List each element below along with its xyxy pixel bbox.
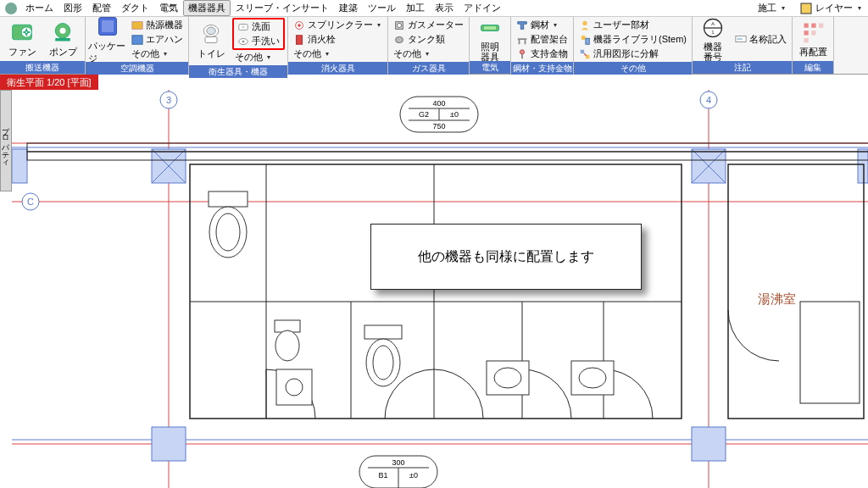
handwash-button[interactable]: 手洗い: [235, 34, 282, 48]
svg-rect-68: [152, 427, 186, 461]
menu-kougu[interactable]: 施工: [758, 2, 776, 14]
menu-addin[interactable]: アドイン: [459, 0, 506, 16]
group-label: 編集: [793, 61, 833, 74]
tank-button[interactable]: タンク類: [391, 32, 466, 47]
svg-text:750: 750: [432, 122, 445, 130]
washbasin-button[interactable]: 洗面: [235, 19, 282, 34]
ribbon: ファン ポンプ 搬送機器 パッケージ 熱源機器 エアハン その他▾ 空調機器: [0, 17, 868, 75]
menu-view[interactable]: 表示: [430, 0, 459, 16]
other-button[interactable]: その他▾: [129, 47, 186, 61]
group-transport: ファン ポンプ 搬送機器: [0, 17, 86, 74]
properties-dock[interactable]: プロパティ: [0, 90, 12, 191]
svg-rect-8: [132, 21, 142, 29]
svg-rect-19: [297, 35, 303, 44]
svg-rect-42: [811, 23, 815, 27]
relocate-button[interactable]: 再配置: [795, 18, 831, 60]
svg-point-86: [216, 214, 240, 251]
svg-rect-66: [12, 149, 27, 183]
group-elec: 照明 器具 電気: [470, 17, 511, 74]
svg-text:3: 3: [166, 95, 171, 105]
nameinput-button[interactable]: 名称記入: [732, 32, 789, 47]
menu-arch[interactable]: 建築: [334, 0, 363, 16]
menu-home[interactable]: ホーム: [20, 0, 58, 16]
svg-rect-41: [804, 23, 809, 27]
menu-equipment[interactable]: 機器器具: [183, 0, 231, 16]
group-fire: スプリンクラー▾ 消火栓 その他▾ 消火器具: [288, 17, 388, 74]
menu-duct[interactable]: ダクト: [116, 0, 154, 16]
group-aircon: パッケージ 熱源機器 エアハン その他▾ 空調機器: [86, 17, 189, 74]
other-button[interactable]: その他▾: [291, 47, 385, 61]
svg-rect-69: [692, 427, 726, 461]
menu-sleeve[interactable]: スリーブ・インサート: [231, 0, 334, 16]
layer-icon: [800, 3, 812, 14]
fan-label: ファン: [8, 46, 36, 58]
decompose-button[interactable]: 汎用図形に分解: [576, 47, 689, 61]
chevron-down-icon[interactable]: ▾: [856, 4, 863, 12]
svg-text:±0: ±0: [409, 471, 418, 480]
room-label: 湯沸室: [758, 291, 796, 308]
menu-shape[interactable]: 図形: [58, 0, 87, 16]
group-label: その他: [574, 62, 692, 75]
other-button[interactable]: その他▾: [391, 47, 466, 61]
hydrant-button[interactable]: 消火栓: [291, 32, 385, 47]
size-tag: 400 G2 ±0 750: [400, 97, 478, 132]
airhan-button[interactable]: エアハン: [129, 32, 186, 47]
svg-rect-12: [205, 37, 217, 43]
svg-point-18: [298, 24, 301, 27]
svg-rect-24: [484, 26, 496, 30]
chevron-down-icon: ▾: [424, 50, 431, 58]
package-button[interactable]: パッケージ: [88, 19, 127, 61]
highlighted-tools: 洗面 手洗い: [232, 18, 285, 50]
heat-button[interactable]: 熱源機器: [129, 18, 186, 32]
group-label: 空調機器: [86, 62, 188, 75]
svg-rect-94: [487, 361, 529, 395]
svg-point-28: [520, 49, 524, 53]
fan-button[interactable]: ファン: [3, 18, 42, 60]
svg-text:C: C: [27, 197, 34, 207]
menu-elec[interactable]: 電気: [154, 0, 183, 16]
pump-button[interactable]: ポンプ: [43, 18, 82, 60]
svg-rect-22: [396, 36, 403, 42]
group-steel: 鋼材▾ 配管架台 支持金物 鋼材・支持金物: [511, 17, 574, 74]
svg-text:1: 1: [711, 29, 715, 35]
steel-button[interactable]: 鋼材▾: [514, 18, 570, 32]
devnum-button[interactable]: A1 機器 番号: [695, 18, 731, 60]
group-label: 電気: [470, 61, 510, 74]
group-sanitary: トイレ 洗面 手洗い その他▾ 衛生器具・機器: [189, 17, 288, 74]
menu-layer[interactable]: レイヤー: [815, 2, 853, 14]
pump-label: ポンプ: [49, 46, 77, 58]
group-note: A1 機器 番号 名称記入 注記: [693, 17, 793, 74]
group-label: 搬送機器: [0, 61, 85, 74]
menu-tool[interactable]: ツール: [363, 0, 401, 16]
chevron-down-icon[interactable]: ▾: [780, 4, 787, 12]
svg-point-14: [242, 25, 245, 29]
support-button[interactable]: 支持金物: [514, 47, 570, 61]
light-button[interactable]: 照明 器具: [472, 18, 508, 60]
svg-point-21: [397, 23, 401, 27]
userpart-button[interactable]: ユーザー部材: [576, 18, 689, 32]
piperack-button[interactable]: 配管架台: [514, 32, 570, 47]
svg-rect-44: [804, 30, 809, 35]
gasmeter-button[interactable]: ガスメーター: [391, 18, 466, 32]
svg-rect-7: [102, 20, 114, 32]
svg-rect-27: [525, 40, 526, 44]
menu-fab[interactable]: 加工: [401, 0, 430, 16]
svg-rect-96: [571, 361, 614, 395]
other-button[interactable]: その他▾: [232, 50, 285, 64]
svg-rect-0: [801, 3, 811, 14]
toilet-button[interactable]: トイレ: [192, 20, 231, 63]
sprinkler-button[interactable]: スプリンクラー▾: [291, 18, 385, 32]
svg-rect-92: [276, 369, 312, 405]
svg-rect-81: [728, 164, 864, 419]
chevron-down-icon: ▾: [162, 50, 169, 58]
menu-bar: ホーム 図形 配管 ダクト 電気 機器器具 スリーブ・インサート 建築 ツール …: [0, 0, 868, 17]
devnum-label: 機器 番号: [704, 42, 722, 62]
stemlib-button[interactable]: 機器ライブラリ(Stem): [576, 32, 689, 47]
svg-rect-45: [811, 30, 815, 35]
group-label: 消火器具: [288, 62, 387, 75]
package-label: パッケージ: [88, 40, 127, 65]
svg-point-5: [60, 27, 66, 33]
app-icon: [5, 3, 17, 14]
svg-point-11: [207, 27, 216, 35]
active-tab[interactable]: 衛生平面 1/20 [平面]: [0, 75, 98, 90]
